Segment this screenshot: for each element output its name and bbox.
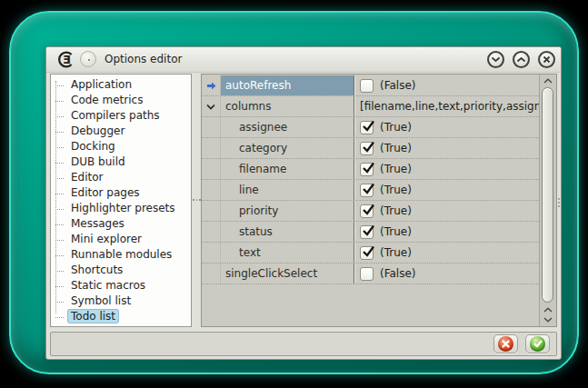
- property-name: columns: [221, 96, 354, 116]
- sidebar-item-compilers-paths[interactable]: Compilers paths: [51, 108, 191, 124]
- sidebar-item-static-macros[interactable]: Static macros: [51, 278, 191, 293]
- scroll-down-button[interactable]: [540, 314, 556, 325]
- chevron-up-icon: [543, 307, 553, 313]
- sidebar-item-label: Highlighter presets: [67, 201, 179, 215]
- property-value-cell: (True): [354, 159, 539, 179]
- property-row-autoRefresh[interactable]: autoRefresh(False): [202, 75, 539, 96]
- svg-text:Ǝ: Ǝ: [63, 53, 71, 66]
- sidebar-item-label: Debugger: [67, 124, 128, 138]
- vertical-scrollbar[interactable]: [539, 75, 556, 326]
- panel-resize-handle-icon[interactable]: [558, 198, 561, 209]
- sidebar-item-label: Compilers paths: [67, 108, 164, 123]
- scrollbar-thumb[interactable]: [542, 87, 553, 303]
- property-value-cell: (True): [354, 180, 539, 200]
- window-frame: Ǝ Options editor: [9, 11, 579, 374]
- ok-button[interactable]: [525, 334, 550, 353]
- property-row-status[interactable]: status(True): [202, 222, 539, 243]
- property-value-cell: (True): [354, 222, 539, 242]
- row-gutter: [202, 264, 221, 284]
- row-gutter: [202, 201, 221, 221]
- sidebar-item-mini-explorer[interactable]: Mini explorer: [51, 232, 191, 247]
- property-row-assignee[interactable]: assignee(True): [202, 117, 539, 138]
- checkbox[interactable]: [360, 79, 374, 93]
- sidebar-item-label: Static macros: [67, 278, 149, 293]
- property-name: filename: [221, 159, 354, 179]
- property-name: assignee: [221, 117, 354, 137]
- sidebar-item-symbol-list[interactable]: Symbol list: [51, 293, 191, 309]
- sidebar-item-label: DUB build: [67, 154, 129, 169]
- titlebar[interactable]: Ǝ Options editor: [46, 47, 561, 73]
- row-gutter[interactable]: [202, 96, 221, 116]
- sidebar-item-highlighter-presets[interactable]: Highlighter presets: [51, 201, 191, 216]
- checkbox[interactable]: [360, 267, 374, 281]
- maximize-button[interactable]: [513, 51, 530, 68]
- property-row-priority[interactable]: priority(True): [202, 201, 539, 222]
- sidebar-item-dub-build[interactable]: DUB build: [51, 154, 191, 170]
- property-value-cell: [filename,line,text,priority,assigne: [354, 96, 539, 116]
- property-value-text: [filename,line,text,priority,assigne: [360, 100, 539, 113]
- sidebar-item-editor[interactable]: Editor: [51, 170, 191, 185]
- chevron-up-icon: [516, 56, 526, 63]
- property-value-text: (False): [380, 79, 416, 92]
- sidebar-item-label: Messages: [67, 216, 128, 231]
- sidebar-splitter[interactable]: [192, 74, 201, 327]
- sidebar-item-todo-list[interactable]: Todo list: [51, 309, 191, 324]
- sidebar-item-label: Mini explorer: [67, 232, 145, 246]
- row-gutter: [202, 222, 221, 242]
- checkbox[interactable]: [360, 204, 374, 218]
- sidebar-item-docking[interactable]: Docking: [51, 139, 191, 154]
- sidebar-item-label: Symbol list: [67, 293, 135, 308]
- sidebar-item-editor-pages[interactable]: Editor pages: [51, 185, 191, 201]
- property-row-line[interactable]: line(True): [202, 180, 539, 201]
- sidebar-item-debugger[interactable]: Debugger: [51, 124, 191, 139]
- checkbox[interactable]: [360, 225, 374, 239]
- property-row-category[interactable]: category(True): [202, 138, 539, 159]
- property-value-text: (True): [380, 163, 412, 175]
- footer-bar: [50, 332, 557, 356]
- cancel-icon: [498, 336, 513, 352]
- property-row-text[interactable]: text(True): [202, 243, 539, 264]
- property-value-cell: (False): [354, 75, 539, 95]
- titlebar-buttons: [487, 51, 555, 68]
- property-name: text: [221, 243, 354, 263]
- checkbox[interactable]: [360, 184, 374, 197]
- property-row-filename[interactable]: filename(True): [202, 159, 539, 180]
- property-row-singleClickSelect[interactable]: singleClickSelect(False): [202, 264, 539, 284]
- row-gutter: [202, 159, 221, 179]
- sidebar-item-label: Application: [67, 77, 135, 92]
- sidebar-item-messages[interactable]: Messages: [51, 216, 191, 232]
- property-name: singleClickSelect: [221, 264, 354, 284]
- scroll-up-button[interactable]: [540, 75, 556, 86]
- sidebar-item-code-metrics[interactable]: Code metrics: [51, 93, 191, 108]
- property-grid: autoRefresh(False)columns[filename,line,…: [201, 74, 557, 327]
- property-value-cell: (True): [354, 243, 539, 263]
- cancel-button[interactable]: [493, 334, 518, 353]
- property-value-text: (True): [380, 225, 412, 238]
- collapse-icon[interactable]: [206, 104, 215, 110]
- sidebar-item-label: Editor pages: [67, 185, 144, 200]
- window-menu-button[interactable]: [80, 51, 96, 67]
- row-gutter: [202, 117, 221, 137]
- sidebar-item-shortcuts[interactable]: Shortcuts: [51, 263, 191, 278]
- property-value-text: (True): [380, 121, 412, 134]
- property-rows: autoRefresh(False)columns[filename,line,…: [202, 75, 539, 284]
- sidebar-item-runnable-modules[interactable]: Runnable modules: [51, 247, 191, 263]
- ok-icon: [530, 336, 545, 352]
- chevron-down-icon: [491, 56, 501, 63]
- splitter-handle-icon: [193, 199, 201, 202]
- checkbox[interactable]: [360, 142, 374, 155]
- checkbox[interactable]: [360, 163, 374, 176]
- sidebar-item-label: Shortcuts: [67, 263, 126, 277]
- property-name: category: [221, 138, 354, 158]
- checkbox[interactable]: [360, 246, 374, 260]
- sidebar-item-label: Editor: [67, 170, 107, 184]
- close-icon: [543, 55, 551, 64]
- property-value-text: (True): [380, 142, 412, 154]
- property-name: autoRefresh: [221, 75, 354, 95]
- sidebar-item-label: Todo list: [67, 309, 119, 323]
- minimize-button[interactable]: [487, 51, 504, 68]
- sidebar-item-application[interactable]: Application: [51, 77, 191, 93]
- close-button[interactable]: [538, 51, 555, 68]
- property-row-columns[interactable]: columns[filename,line,text,priority,assi…: [202, 96, 539, 117]
- checkbox[interactable]: [360, 121, 374, 134]
